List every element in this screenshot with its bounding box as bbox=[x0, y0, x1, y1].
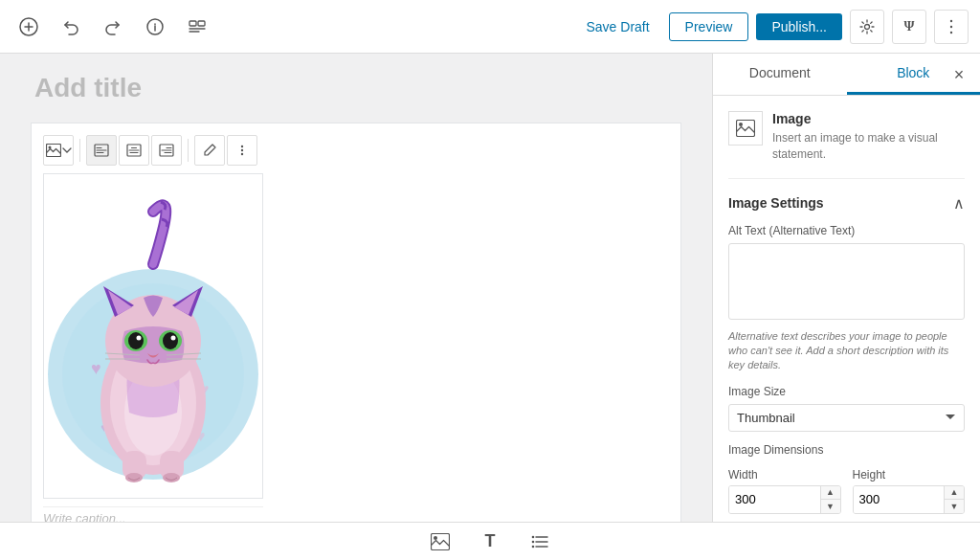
width-increment-button[interactable]: ▲ bbox=[821, 486, 840, 500]
redo-button[interactable] bbox=[96, 10, 130, 44]
align-right-button[interactable] bbox=[151, 135, 182, 166]
block-info: Image Insert an image to make a visual s… bbox=[728, 111, 965, 179]
image-size-select[interactable]: Thumbnail Medium Large Full Size bbox=[728, 404, 965, 432]
align-left-button[interactable] bbox=[86, 135, 117, 166]
svg-point-5 bbox=[950, 19, 952, 21]
image-caption[interactable]: Write caption... bbox=[43, 506, 263, 522]
height-input[interactable] bbox=[854, 486, 945, 513]
svg-point-28 bbox=[163, 473, 180, 482]
block-type-icon bbox=[728, 111, 763, 146]
svg-point-36 bbox=[128, 332, 144, 349]
settings-header: Image Settings ∧ bbox=[728, 194, 965, 213]
publish-button[interactable]: Publish... bbox=[756, 13, 842, 40]
top-bar: Save Draft Preview Publish... Ψ bbox=[0, 0, 980, 54]
svg-point-7 bbox=[950, 31, 952, 33]
svg-point-39 bbox=[171, 336, 176, 341]
dimensions-row: Width ▲ ▼ Height bbox=[728, 468, 965, 514]
image-size-label: Image Size bbox=[728, 385, 965, 398]
content-area bbox=[275, 173, 669, 499]
block-nav-button[interactable] bbox=[180, 10, 214, 44]
width-spinners: ▲ ▼ bbox=[820, 486, 840, 513]
bottom-bar: T bbox=[0, 522, 980, 560]
image-box[interactable]: ♥ ♥ ♥ ♥ bbox=[43, 173, 263, 499]
add-block-button[interactable] bbox=[11, 10, 46, 44]
height-decrement-button[interactable]: ▼ bbox=[945, 500, 964, 513]
yoast-button[interactable]: Ψ bbox=[892, 10, 926, 44]
width-label: Width bbox=[728, 468, 841, 482]
block-type-name: Image bbox=[772, 111, 965, 126]
svg-rect-2 bbox=[189, 21, 196, 26]
svg-rect-3 bbox=[198, 21, 205, 26]
svg-point-15 bbox=[241, 153, 243, 155]
svg-point-52 bbox=[532, 540, 535, 543]
svg-point-4 bbox=[865, 24, 870, 29]
bottom-text-button[interactable]: T bbox=[473, 525, 507, 559]
align-center-button[interactable] bbox=[119, 135, 149, 166]
svg-point-13 bbox=[241, 146, 243, 147]
image-dimensions-label: Image Dimensions bbox=[728, 443, 965, 457]
height-label: Height bbox=[853, 468, 966, 482]
settings-collapse-button[interactable]: ∧ bbox=[953, 194, 965, 213]
svg-point-51 bbox=[532, 535, 535, 538]
more-options-block-button[interactable] bbox=[227, 135, 257, 166]
svg-point-53 bbox=[532, 545, 535, 548]
height-field: Height ▲ ▼ bbox=[853, 468, 966, 514]
svg-point-9 bbox=[48, 146, 51, 149]
sidebar-content: Image Insert an image to make a visual s… bbox=[713, 96, 980, 522]
sidebar-tabs: Document Block × bbox=[713, 54, 980, 96]
sidebar-close-button[interactable]: × bbox=[946, 61, 972, 88]
toolbar-divider-2 bbox=[188, 139, 189, 162]
bottom-image-button[interactable] bbox=[423, 525, 457, 559]
svg-point-37 bbox=[163, 332, 178, 349]
svg-point-27 bbox=[125, 473, 143, 482]
image-content: ♥ ♥ ♥ ♥ bbox=[43, 173, 669, 522]
toolbar-right: Save Draft Preview Publish... Ψ bbox=[574, 10, 969, 44]
image-type-button[interactable] bbox=[43, 135, 74, 166]
svg-point-45 bbox=[739, 123, 743, 126]
alt-text-hint: Alternative text describes your image to… bbox=[728, 329, 965, 373]
height-input-wrap: ▲ ▼ bbox=[853, 485, 966, 514]
toolbar-left bbox=[11, 10, 214, 44]
main-layout: Add title bbox=[0, 54, 980, 522]
svg-text:♥: ♥ bbox=[91, 359, 101, 378]
block-toolbar bbox=[43, 135, 669, 166]
info-button[interactable] bbox=[138, 10, 172, 44]
tab-document[interactable]: Document bbox=[713, 54, 847, 95]
image-settings-section: Image Settings ∧ Alt Text (Alternative T… bbox=[728, 194, 965, 514]
alt-text-input[interactable] bbox=[728, 243, 965, 320]
settings-button[interactable] bbox=[850, 10, 884, 44]
svg-point-47 bbox=[434, 536, 437, 540]
post-title[interactable]: Add title bbox=[31, 73, 681, 103]
settings-title: Image Settings bbox=[728, 195, 824, 211]
cat-image: ♥ ♥ ♥ ♥ bbox=[48, 183, 258, 489]
alt-text-label: Alt Text (Alternative Text) bbox=[728, 224, 965, 237]
width-field: Width ▲ ▼ bbox=[728, 468, 841, 514]
edit-image-button[interactable] bbox=[194, 135, 225, 166]
editor-area: Add title bbox=[0, 54, 712, 522]
svg-point-6 bbox=[950, 25, 952, 27]
undo-button[interactable] bbox=[54, 10, 88, 44]
svg-point-38 bbox=[137, 336, 142, 341]
height-increment-button[interactable]: ▲ bbox=[945, 486, 964, 500]
sidebar: Document Block × Image Insert an image t… bbox=[712, 54, 980, 522]
width-input[interactable] bbox=[729, 486, 820, 513]
more-options-button[interactable] bbox=[934, 10, 969, 44]
width-decrement-button[interactable]: ▼ bbox=[821, 500, 840, 513]
block-info-text: Image Insert an image to make a visual s… bbox=[772, 111, 965, 163]
bottom-list-button[interactable] bbox=[523, 525, 557, 559]
preview-button[interactable]: Preview bbox=[669, 12, 749, 41]
save-draft-button[interactable]: Save Draft bbox=[574, 13, 660, 40]
svg-point-14 bbox=[241, 149, 243, 151]
toolbar-divider bbox=[79, 139, 80, 162]
height-spinners: ▲ ▼ bbox=[944, 486, 964, 513]
block-type-description: Insert an image to make a visual stateme… bbox=[772, 130, 965, 163]
image-block: ♥ ♥ ♥ ♥ bbox=[31, 123, 681, 522]
width-input-wrap: ▲ ▼ bbox=[728, 485, 841, 514]
